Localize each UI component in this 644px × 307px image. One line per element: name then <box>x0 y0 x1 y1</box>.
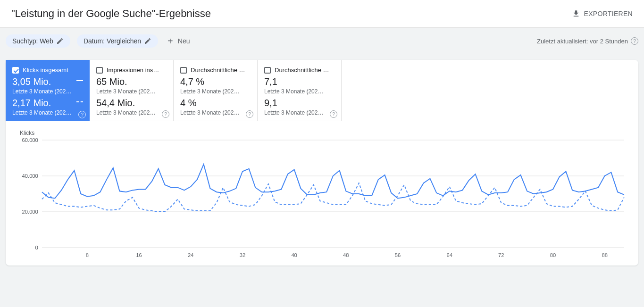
help-icon[interactable]: ? <box>631 37 638 45</box>
metric-card-2[interactable]: Durchschnittliche … 4,7 % Letzte 3 Monat… <box>174 60 258 121</box>
svg-text:8: 8 <box>86 252 89 258</box>
add-filter-button[interactable]: + Neu <box>165 36 190 47</box>
metric-value-current: 3,05 Mio. <box>12 76 83 87</box>
svg-text:80: 80 <box>550 252 556 258</box>
metric-value-current: 65 Mio. <box>96 76 167 87</box>
export-label: EXPORTIEREN <box>584 10 633 17</box>
help-icon[interactable]: ? <box>330 110 337 118</box>
svg-text:64: 64 <box>446 252 452 258</box>
edit-icon <box>56 37 64 45</box>
svg-text:24: 24 <box>188 252 193 258</box>
chart-y-label: Klicks <box>20 130 629 136</box>
svg-text:40: 40 <box>291 252 297 258</box>
chip-label: Suchtyp: Web <box>12 37 53 45</box>
metric-value-compare: 9,1 <box>264 98 335 108</box>
metric-value-current: 7,1 <box>264 76 335 87</box>
download-icon <box>572 9 580 18</box>
svg-text:72: 72 <box>498 252 504 258</box>
metric-checkbox <box>180 67 187 74</box>
metric-title: Durchschnittliche … <box>191 66 245 74</box>
metric-checkbox <box>264 67 271 74</box>
filter-chip-date[interactable]: Datum: Vergleichen <box>77 34 158 48</box>
svg-text:20.000: 20.000 <box>22 209 38 215</box>
metric-value-compare: 4 % <box>180 98 251 108</box>
svg-text:32: 32 <box>240 252 245 258</box>
svg-text:16: 16 <box>136 252 142 258</box>
svg-text:0: 0 <box>35 245 38 250</box>
help-icon[interactable]: ? <box>246 110 253 118</box>
metric-period-compare: Letzte 3 Monate (202… <box>96 109 162 116</box>
svg-text:56: 56 <box>395 252 401 258</box>
add-filter-label: Neu <box>178 37 190 45</box>
metric-value-compare: 54,4 Mio. <box>96 98 167 108</box>
metric-title: Durchschnittliche … <box>275 66 329 74</box>
svg-text:60.000: 60.000 <box>22 138 38 143</box>
help-icon[interactable]: ? <box>162 110 169 118</box>
page-title: "Leistung in der Google Suche"-Ergebniss… <box>11 8 211 20</box>
plus-icon: + <box>167 36 173 47</box>
last-updated-text: Zuletzt aktualisiert: vor 2 Stunden <box>537 38 628 45</box>
chip-label: Datum: Vergleichen <box>84 37 141 45</box>
filter-chip-search-type[interactable]: Suchtyp: Web <box>6 34 70 48</box>
metric-card-3[interactable]: Durchschnittliche … 7,1 Letzte 3 Monate … <box>258 60 342 121</box>
metric-card-0[interactable]: Klicks insgesamt 3,05 Mio. Letzte 3 Mona… <box>6 60 90 121</box>
metric-value-current: 4,7 % <box>180 76 251 87</box>
svg-text:48: 48 <box>343 252 349 258</box>
metric-period-current: Letzte 3 Monate (202… <box>264 88 330 95</box>
metric-period-compare: Letzte 3 Monate (202… <box>180 109 246 116</box>
metric-title: Impressionen ins… <box>107 66 159 74</box>
metric-period-current: Letzte 3 Monate (202… <box>96 88 162 95</box>
svg-text:40.000: 40.000 <box>22 173 38 179</box>
metric-period-current: Letzte 3 Monate (202… <box>180 88 246 95</box>
clicks-line-chart: 020.00040.00060.000816243240485664728088 <box>15 138 629 259</box>
last-updated: Zuletzt aktualisiert: vor 2 Stunden ? <box>537 37 638 45</box>
metric-title: Klicks insgesamt <box>23 66 68 74</box>
metric-card-1[interactable]: Impressionen ins… 65 Mio. Letzte 3 Monat… <box>90 60 174 121</box>
legend-line-dashed <box>76 101 83 102</box>
metric-checkbox <box>96 67 103 74</box>
svg-text:88: 88 <box>602 252 607 258</box>
metric-period-current: Letzte 3 Monate (202… <box>12 88 78 95</box>
series-dashed <box>42 183 624 212</box>
edit-icon <box>144 37 151 45</box>
export-button[interactable]: EXPORTIEREN <box>572 9 633 18</box>
metric-checkbox <box>12 67 19 74</box>
metric-value-compare: 2,17 Mio. <box>12 98 83 108</box>
metric-period-compare: Letzte 3 Monate (202… <box>264 109 330 116</box>
legend-line-solid <box>76 80 83 81</box>
help-icon[interactable]: ? <box>78 111 86 118</box>
metric-period-compare: Letzte 3 Monate (202… <box>12 109 78 116</box>
